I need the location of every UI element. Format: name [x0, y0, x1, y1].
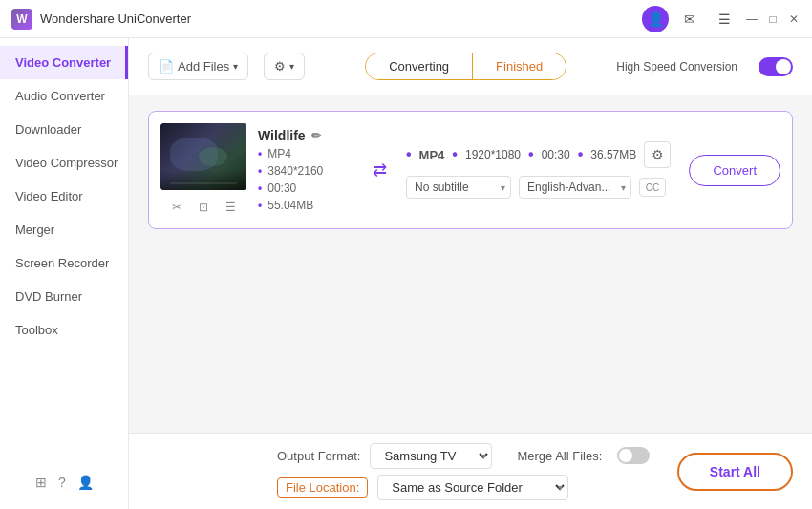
output-format-label: Output Format:: [277, 449, 360, 463]
language-select[interactable]: English-Advan... Spanish French: [519, 176, 631, 199]
bottom-bar: ⊞ ? 👤 Output Format: Samsung TV MP4 AVI …: [129, 433, 812, 509]
sidebar-item-video-compressor[interactable]: Video Compressor: [0, 146, 128, 180]
file-thumbnail: [160, 123, 246, 190]
title-bar: W Wondershare UniConverter 👤 ✉ ☰ — □ ✕: [0, 0, 812, 38]
app-logo: W: [11, 9, 32, 30]
high-speed-toggle[interactable]: [759, 57, 793, 76]
thumb-controls: ✂ ⊡ ☰: [167, 198, 240, 217]
trim-icon[interactable]: ✂: [167, 198, 186, 217]
app-title: Wondershare UniConverter: [40, 11, 191, 26]
thumbnail-section: ✂ ⊡ ☰: [160, 123, 246, 217]
output-format: MP4: [419, 148, 445, 162]
source-size: 55.04MB: [267, 199, 313, 212]
merge-all-label: Merge All Files:: [517, 449, 602, 463]
thumbnail-image: [160, 123, 246, 190]
file-location-label[interactable]: File Location:: [277, 477, 368, 498]
crop-icon[interactable]: ⊡: [194, 198, 213, 217]
content-area: 📄 Add Files ▾ ⚙ ▾ Converting Finished Hi…: [129, 38, 812, 509]
menu-icon[interactable]: ☰: [711, 6, 737, 32]
edit-name-icon[interactable]: ✏: [311, 129, 321, 142]
convert-arrow-icon: ⇄: [373, 159, 387, 180]
sidebar-item-merger[interactable]: Merger: [0, 213, 128, 246]
main-layout: Video Converter Audio Converter Download…: [0, 38, 812, 509]
source-duration-row: • 00:30: [258, 181, 353, 195]
output-bottom-row: No subtitle Add subtitle English-Advan..…: [406, 176, 677, 199]
add-files-button[interactable]: 📄 Add Files ▾: [148, 53, 248, 80]
settings-icon: ⚙: [274, 59, 286, 74]
start-all-button[interactable]: Start All: [677, 453, 793, 491]
user-account-icon[interactable]: 👤: [642, 6, 669, 32]
tab-converting[interactable]: Converting: [366, 53, 473, 79]
sidebar-item-video-converter[interactable]: Video Converter: [0, 46, 128, 79]
source-resolution-row: • 3840*2160: [258, 164, 353, 178]
subtitle-select[interactable]: No subtitle Add subtitle: [406, 176, 511, 199]
source-format-row: • MP4: [258, 147, 353, 160]
sidebar-item-downloader[interactable]: Downloader: [0, 113, 128, 146]
sidebar-item-screen-recorder[interactable]: Screen Recorder: [0, 246, 128, 280]
source-size-row: • 55.04MB: [258, 199, 353, 212]
output-size: 36.57MB: [590, 148, 636, 161]
tab-group: Converting Finished: [365, 53, 566, 80]
output-format-select[interactable]: Samsung TV MP4 AVI MOV: [370, 443, 492, 469]
settings-button[interactable]: ⚙ ▾: [264, 53, 305, 80]
tab-finished[interactable]: Finished: [473, 53, 566, 79]
bottom-left-section: Output Format: Samsung TV MP4 AVI MOV Me…: [277, 443, 677, 500]
sidebar-item-video-editor[interactable]: Video Editor: [0, 180, 128, 213]
sidebar-item-dvd-burner[interactable]: DVD Burner: [0, 280, 128, 313]
maximize-button[interactable]: □: [766, 12, 780, 26]
file-title: Wildlife: [258, 128, 306, 143]
source-info: Wildlife ✏ • MP4 • 3840*2160 • 00:30: [258, 128, 353, 212]
gear-icon: ⚙: [652, 147, 664, 162]
output-top-row: • MP4 • 1920*1080 • 00:30 • 36.57MB ⚙: [406, 141, 677, 168]
source-duration: 00:30: [267, 181, 296, 195]
file-location-row: File Location: Same as Source Folder Cus…: [277, 475, 677, 500]
output-info: • MP4 • 1920*1080 • 00:30 • 36.57MB ⚙: [406, 141, 677, 199]
subtitle-cc-icon[interactable]: CC: [639, 178, 666, 197]
effects-icon[interactable]: ☰: [221, 198, 240, 217]
sidebar-item-audio-converter[interactable]: Audio Converter: [0, 79, 128, 113]
mail-icon[interactable]: ✉: [676, 6, 703, 32]
sidebar-item-toolbox[interactable]: Toolbox: [0, 313, 128, 347]
file-name-row: Wildlife ✏: [258, 128, 353, 143]
title-bar-left: W Wondershare UniConverter: [11, 9, 642, 30]
minimize-button[interactable]: —: [745, 12, 759, 26]
add-file-icon: 📄: [159, 59, 174, 74]
close-button[interactable]: ✕: [787, 12, 801, 26]
output-resolution: 1920*1080: [465, 148, 521, 161]
chevron-down-icon: ▾: [233, 61, 238, 72]
output-format-row: Output Format: Samsung TV MP4 AVI MOV Me…: [277, 443, 677, 469]
high-speed-label: High Speed Conversion: [616, 60, 737, 74]
language-select-wrapper: English-Advan... Spanish French: [519, 176, 631, 199]
subtitle-select-wrapper: No subtitle Add subtitle: [406, 176, 511, 199]
file-list-area: ✂ ⊡ ☰ Wildlife ✏ • MP4: [129, 95, 812, 433]
sidebar: Video Converter Audio Converter Download…: [0, 38, 129, 509]
title-bar-controls: 👤 ✉ ☰ — □ ✕: [642, 6, 801, 32]
merge-all-toggle[interactable]: [617, 447, 650, 464]
source-format: MP4: [267, 147, 291, 160]
file-location-select[interactable]: Same as Source Folder Custom Folder: [377, 475, 568, 500]
location-select-wrapper: Same as Source Folder Custom Folder: [377, 475, 568, 500]
output-format-select-wrapper: Samsung TV MP4 AVI MOV: [370, 443, 492, 469]
file-card: ✂ ⊡ ☰ Wildlife ✏ • MP4: [148, 111, 793, 229]
top-toolbar: 📄 Add Files ▾ ⚙ ▾ Converting Finished Hi…: [129, 38, 812, 95]
output-settings-button[interactable]: ⚙: [644, 141, 671, 168]
output-duration: 00:30: [542, 148, 570, 161]
convert-button[interactable]: Convert: [689, 155, 780, 186]
source-resolution: 3840*2160: [267, 164, 323, 178]
